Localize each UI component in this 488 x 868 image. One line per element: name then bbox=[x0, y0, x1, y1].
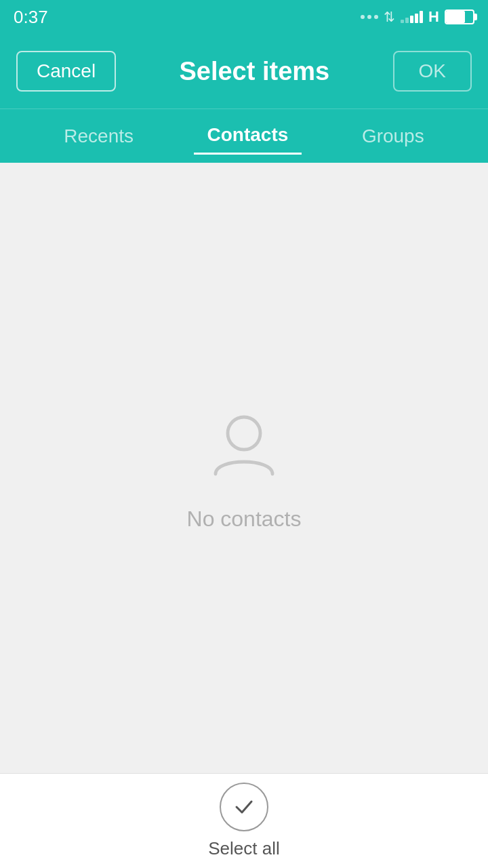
network-type-icon: H bbox=[428, 8, 439, 26]
tab-contacts[interactable]: Contacts bbox=[194, 117, 302, 155]
tab-groups[interactable]: Groups bbox=[348, 119, 438, 154]
person-icon bbox=[203, 405, 285, 486]
bottom-bar: Select all bbox=[0, 773, 488, 868]
app-bar: Cancel Select items OK bbox=[0, 34, 488, 108]
select-all-button[interactable] bbox=[220, 783, 268, 831]
data-transfer-icon: ⇅ bbox=[384, 9, 395, 25]
page-title: Select items bbox=[179, 57, 329, 86]
ok-button[interactable]: OK bbox=[393, 51, 472, 92]
signal-dots-icon bbox=[361, 15, 378, 19]
select-all-label: Select all bbox=[208, 838, 280, 859]
checkmark-icon bbox=[232, 795, 256, 819]
tabs-bar: Recents Contacts Groups bbox=[0, 108, 488, 163]
battery-icon bbox=[445, 9, 474, 24]
status-time: 0:37 bbox=[14, 7, 48, 28]
signal-bars-icon bbox=[401, 11, 423, 23]
empty-state-text: No contacts bbox=[187, 507, 302, 532]
main-content: No contacts bbox=[0, 163, 488, 773]
cancel-button[interactable]: Cancel bbox=[16, 51, 116, 92]
status-bar: 0:37 ⇅ H bbox=[0, 0, 488, 34]
tab-recents[interactable]: Recents bbox=[50, 119, 147, 154]
svg-point-0 bbox=[228, 417, 260, 450]
status-icons: ⇅ H bbox=[361, 8, 474, 26]
